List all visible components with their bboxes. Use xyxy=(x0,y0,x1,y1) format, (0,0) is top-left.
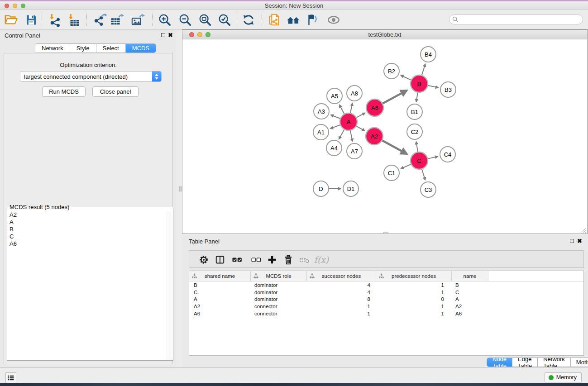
network-graph[interactable]: B4B2BB3A8A5A6A3B1AC2A1A2A4A7C4CC1DD1C3 xyxy=(182,39,587,234)
network-canvas[interactable]: B4B2BB3A8A5A6A3B1AC2A1A2A4A7C4CC1DD1C3 xyxy=(182,39,587,234)
zoom-in-icon[interactable] xyxy=(158,13,172,27)
graph-node-B4[interactable]: B4 xyxy=(421,47,436,62)
criterion-dropdown[interactable]: largest connected component (directed) xyxy=(20,71,162,82)
tab-network[interactable]: Network xyxy=(35,44,70,52)
import-network-icon[interactable] xyxy=(48,13,62,27)
graph-node-A5[interactable]: A5 xyxy=(327,88,342,104)
task-history-button[interactable] xyxy=(5,372,16,383)
graph-node-C1[interactable]: C1 xyxy=(384,165,399,181)
import-table-icon[interactable] xyxy=(67,13,81,27)
zoom-out-icon[interactable] xyxy=(178,13,192,27)
tab-network-table[interactable]: Network Table xyxy=(538,358,571,367)
home-overview-icon[interactable] xyxy=(287,13,301,27)
float-panel-icon[interactable] xyxy=(161,33,165,37)
zoom-fit-icon[interactable] xyxy=(198,13,212,27)
window-minimize-button[interactable] xyxy=(13,4,17,8)
tab-edge-table[interactable]: Edge Table xyxy=(512,358,538,367)
add-column-plus-icon[interactable] xyxy=(266,253,278,266)
clone-network-icon[interactable] xyxy=(267,13,282,27)
search-input[interactable] xyxy=(459,15,583,24)
table-row[interactable]: Adominator80A xyxy=(189,296,583,303)
graph-edge-B-B4[interactable] xyxy=(422,64,425,76)
network-window-titlebar[interactable]: testGlobe.txt xyxy=(182,30,587,39)
graph-node-A3[interactable]: A3 xyxy=(314,104,329,119)
network-vscroll-thumb[interactable] xyxy=(179,186,182,191)
graph-node-A7[interactable]: A7 xyxy=(347,143,362,159)
export-image-icon[interactable] xyxy=(130,13,145,27)
result-list-item[interactable]: A6 xyxy=(8,240,167,248)
show-hide-panel-eye-icon[interactable] xyxy=(326,13,341,27)
result-list-scrollbar[interactable] xyxy=(167,211,172,360)
table-mode-icon[interactable] xyxy=(214,253,226,266)
column-header-successor-nodes[interactable]: successor nodes xyxy=(307,271,376,281)
close-panel-button[interactable]: Close panel xyxy=(92,86,139,97)
graph-edge-C-C1[interactable] xyxy=(401,164,411,169)
result-list-item[interactable]: A xyxy=(8,219,167,226)
tab-motifs[interactable]: Motifs xyxy=(571,358,588,367)
refresh-layout-icon[interactable] xyxy=(241,13,256,27)
graph-edge-A-A7[interactable] xyxy=(350,130,353,142)
graph-edge-B-B3[interactable] xyxy=(428,86,439,88)
graph-edge-A-A3[interactable] xyxy=(331,115,341,119)
graph-node-A[interactable]: A xyxy=(340,113,357,130)
deselect-all-columns-icon[interactable] xyxy=(250,253,263,266)
open-session-icon[interactable] xyxy=(4,13,18,27)
result-list-item[interactable]: A2 xyxy=(8,211,167,219)
network-minimize-button[interactable] xyxy=(197,32,202,37)
graph-node-C[interactable]: C xyxy=(411,152,428,169)
column-header-name[interactable]: name xyxy=(452,271,488,281)
tab-mcds[interactable]: MCDS xyxy=(126,44,156,52)
function-builder-icon[interactable]: f(x) xyxy=(312,253,330,266)
delete-table-icon[interactable] xyxy=(298,253,311,266)
table-row[interactable]: Cdominator41C xyxy=(189,289,583,296)
graph-node-C3[interactable]: C3 xyxy=(421,182,436,197)
select-all-columns-icon[interactable] xyxy=(231,253,244,266)
network-close-button[interactable] xyxy=(189,32,194,37)
close-panel-icon[interactable]: ✖ xyxy=(168,32,173,39)
graph-edge-A-A2[interactable] xyxy=(356,126,365,131)
graph-edge-A-A4[interactable] xyxy=(339,129,344,139)
search-field[interactable] xyxy=(449,14,583,24)
resize-grip-icon[interactable] xyxy=(580,227,587,233)
mcds-result-list[interactable]: A2ABCA6 xyxy=(8,211,167,360)
graph-edge-C-C2[interactable] xyxy=(416,142,418,152)
graph-edge-A-A5[interactable] xyxy=(339,105,344,114)
graph-edge-A6-B[interactable] xyxy=(382,91,407,104)
tab-style[interactable]: Style xyxy=(70,44,96,52)
graph-node-A2[interactable]: A2 xyxy=(366,128,383,145)
graph-node-B1[interactable]: B1 xyxy=(407,104,422,119)
graph-node-D1[interactable]: D1 xyxy=(343,181,359,196)
graph-node-C4[interactable]: C4 xyxy=(440,147,455,162)
tab-select[interactable]: Select xyxy=(96,44,126,52)
column-header-predecessor-nodes[interactable]: predecessor nodes xyxy=(376,271,452,281)
graph-edge-A2-C[interactable] xyxy=(382,140,407,154)
graph-edge-C-C3[interactable] xyxy=(422,169,425,180)
graph-edge-A-A1[interactable] xyxy=(330,125,340,129)
graph-node-D[interactable]: D xyxy=(313,181,329,196)
window-close-button[interactable] xyxy=(5,4,9,8)
save-session-icon[interactable] xyxy=(24,13,38,27)
zoom-selected-icon[interactable] xyxy=(217,13,232,27)
close-table-panel-icon[interactable]: ✖ xyxy=(577,238,582,245)
table-settings-gear-icon[interactable] xyxy=(197,253,210,266)
graph-edge-B-B1[interactable] xyxy=(416,92,418,102)
graph-edge-A-A8[interactable] xyxy=(350,103,353,114)
graph-edge-C-C4[interactable] xyxy=(428,157,438,159)
graph-node-B3[interactable]: B3 xyxy=(440,82,456,97)
table-row[interactable]: A2connector11A2 xyxy=(189,303,583,310)
column-header-MCDS-role[interactable]: MCDS role xyxy=(251,271,307,281)
graph-node-A8[interactable]: A8 xyxy=(347,86,362,101)
table-row[interactable]: Bdominator41B xyxy=(189,281,583,289)
graph-edge-B-B2[interactable] xyxy=(401,75,411,80)
export-table-icon[interactable] xyxy=(110,13,124,27)
table-row[interactable]: A6connector11A6 xyxy=(189,310,583,317)
column-header-shared-name[interactable]: shared name xyxy=(189,271,251,281)
graph-edge-A-A6[interactable] xyxy=(356,113,365,118)
result-list-item[interactable]: C xyxy=(8,233,167,240)
graph-node-A4[interactable]: A4 xyxy=(326,140,342,156)
dropdown-stepper-icon[interactable] xyxy=(152,71,161,81)
network-zoom-button[interactable] xyxy=(206,32,210,37)
toggle-flag-icon[interactable] xyxy=(305,13,320,27)
graph-node-C2[interactable]: C2 xyxy=(407,124,422,139)
memory-button[interactable]: Memory xyxy=(545,372,582,382)
